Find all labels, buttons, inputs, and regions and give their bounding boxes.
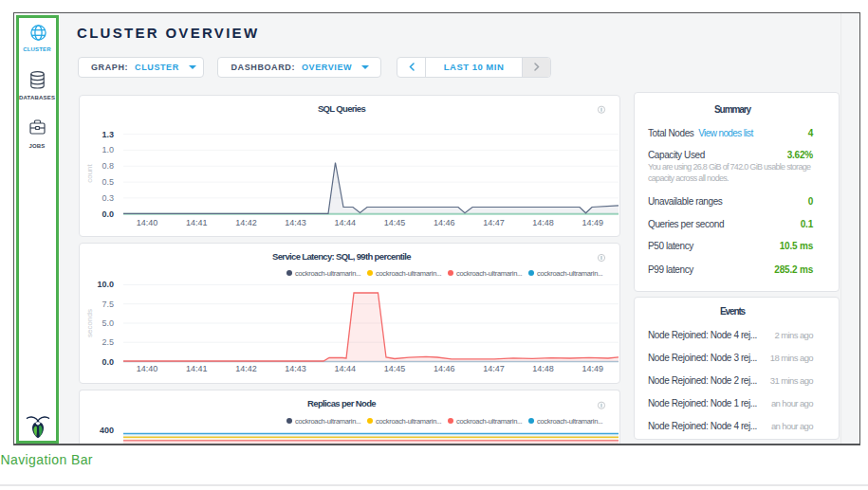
svg-text:14:43: 14:43 xyxy=(285,218,306,227)
svg-text:14:42: 14:42 xyxy=(235,364,257,373)
svg-text:14:41: 14:41 xyxy=(186,218,208,227)
svg-text:14:46: 14:46 xyxy=(434,218,455,227)
svg-text:10.0: 10.0 xyxy=(97,280,114,289)
svg-text:14:42: 14:42 xyxy=(235,218,257,227)
svg-text:5.0: 5.0 xyxy=(102,318,114,328)
svg-text:cockroach-ultramarin...: cockroach-ultramarin... xyxy=(456,417,523,426)
svg-text:0.0: 0.0 xyxy=(102,357,114,367)
svg-text:cockroach-ultramarin...: cockroach-ultramarin... xyxy=(376,269,442,278)
svg-text:SQL Queries: SQL Queries xyxy=(318,103,366,114)
svg-text:14:49: 14:49 xyxy=(582,218,604,227)
svg-text:0.5: 0.5 xyxy=(102,177,114,187)
svg-text:400: 400 xyxy=(100,426,114,435)
svg-text:cockroach-ultramarin...: cockroach-ultramarin... xyxy=(537,269,603,278)
svg-text:cockroach-ultramarin...: cockroach-ultramarin... xyxy=(295,417,361,426)
svg-text:14:48: 14:48 xyxy=(532,218,554,227)
svg-text:0.0: 0.0 xyxy=(102,209,114,219)
svg-text:14:41: 14:41 xyxy=(186,364,208,373)
svg-text:14:45: 14:45 xyxy=(384,218,406,227)
svg-text:Replicas per Node: Replicas per Node xyxy=(307,398,376,408)
svg-text:14:40: 14:40 xyxy=(137,364,158,373)
svg-text:14:47: 14:47 xyxy=(483,364,505,373)
svg-text:2.5: 2.5 xyxy=(102,337,114,347)
svg-text:seconds: seconds xyxy=(85,309,94,337)
svg-text:14:48: 14:48 xyxy=(532,364,554,373)
svg-text:0.3: 0.3 xyxy=(102,193,114,203)
svg-text:14:40: 14:40 xyxy=(137,218,158,227)
svg-text:count: count xyxy=(85,163,94,182)
svg-text:Service Latency: SQL, 99th per: Service Latency: SQL, 99th percentile xyxy=(272,251,411,262)
svg-text:14:44: 14:44 xyxy=(335,364,357,373)
svg-text:14:49: 14:49 xyxy=(582,364,604,373)
svg-text:14:44: 14:44 xyxy=(335,218,357,227)
svg-text:1.0: 1.0 xyxy=(102,145,114,154)
svg-text:cockroach-ultramarin...: cockroach-ultramarin... xyxy=(537,417,603,426)
svg-text:14:46: 14:46 xyxy=(434,364,455,373)
svg-text:14:47: 14:47 xyxy=(483,218,505,227)
svg-text:cockroach-ultramarin...: cockroach-ultramarin... xyxy=(376,417,442,426)
svg-text:14:43: 14:43 xyxy=(285,364,306,373)
svg-text:cockroach-ultramarin...: cockroach-ultramarin... xyxy=(456,269,523,278)
svg-text:14:45: 14:45 xyxy=(384,364,406,373)
svg-text:0.8: 0.8 xyxy=(102,161,114,171)
svg-text:cockroach-ultramarin...: cockroach-ultramarin... xyxy=(295,269,361,278)
svg-text:1.3: 1.3 xyxy=(102,130,114,139)
svg-text:7.5: 7.5 xyxy=(102,299,114,309)
